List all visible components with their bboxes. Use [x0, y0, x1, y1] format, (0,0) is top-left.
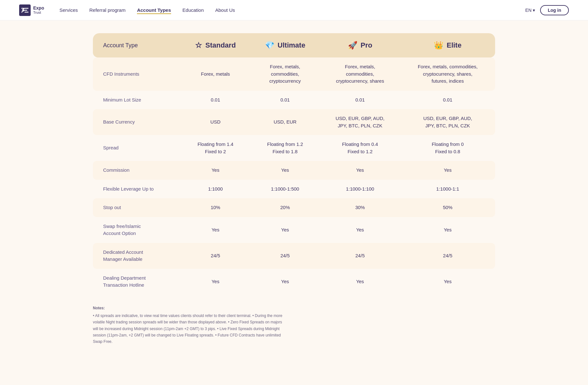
table-row: Flexible Leverage Up to1:10001:1000-1:50…	[93, 180, 495, 199]
elite-cell: Yes	[400, 217, 495, 243]
feature-cell: Dealing Department Transaction Hotline	[93, 269, 181, 295]
col-ultimate: 💎 Ultimate	[250, 33, 320, 57]
ultimate-cell: 24/5	[250, 243, 320, 269]
pro-cell: Yes	[320, 161, 400, 180]
elite-cell: Forex, metals, commodities, cryptocurren…	[400, 57, 495, 91]
nav-right: EN ▾ Log in	[525, 5, 569, 15]
elite-icon: 👑	[434, 41, 443, 50]
ultimate-cell: Yes	[250, 269, 320, 295]
navbar: Expo Trust Services Referral program Acc…	[0, 0, 588, 20]
table-row: Swap free/Islamic Account OptionYesYesYe…	[93, 217, 495, 243]
ultimate-cell: Yes	[250, 161, 320, 180]
elite-cell: 50%	[400, 198, 495, 217]
table-row: Dealing Department Transaction HotlineYe…	[93, 269, 495, 295]
ultimate-cell: Yes	[250, 217, 320, 243]
table-row: CFD InstrumentsForex, metalsForex, metal…	[93, 57, 495, 91]
feature-cell: Commission	[93, 161, 181, 180]
table-row: SpreadFloating from 1.4 Fixed to 2Floati…	[93, 135, 495, 161]
lang-button[interactable]: EN ▾	[525, 8, 535, 13]
ultimate-cell: Forex, metals, commodities, cryptocurren…	[250, 57, 320, 91]
feature-cell: CFD Instruments	[93, 57, 181, 91]
standard-cell: 0.01	[181, 91, 250, 109]
table-row: Stop out10%20%30%50%	[93, 198, 495, 217]
col-standard: ☆ Standard	[181, 33, 250, 57]
elite-label: Elite	[447, 41, 461, 49]
elite-cell: Yes	[400, 161, 495, 180]
standard-cell: 1:1000	[181, 180, 250, 199]
notes-title: Notes:	[93, 305, 284, 311]
standard-label: Standard	[205, 41, 236, 49]
nav-links: Services Referral program Account Types …	[59, 7, 525, 13]
pro-cell: Yes	[320, 217, 400, 243]
standard-cell: USD	[181, 109, 250, 135]
nav-account-types[interactable]: Account Types	[137, 7, 171, 14]
standard-cell: Yes	[181, 217, 250, 243]
pro-cell: Forex, metals, commodities, cryptocurren…	[320, 57, 400, 91]
pro-icon: 🚀	[348, 41, 358, 50]
pro-cell: 30%	[320, 198, 400, 217]
pro-cell: 0.01	[320, 91, 400, 109]
logo-icon	[19, 4, 31, 16]
standard-cell: Yes	[181, 161, 250, 180]
account-types-table: Account Type ☆ Standard 💎 Ultimate	[93, 33, 495, 295]
feature-cell: Stop out	[93, 198, 181, 217]
logo-text: Expo Trust	[33, 6, 44, 14]
standard-icon: ☆	[195, 41, 202, 50]
elite-cell: Floating from 0 Fixed to 0.8	[400, 135, 495, 161]
table-row: Dedicated Account Manager Available24/52…	[93, 243, 495, 269]
ultimate-cell: 20%	[250, 198, 320, 217]
elite-cell: 0.01	[400, 91, 495, 109]
pro-cell: 1:1000-1:100	[320, 180, 400, 199]
nav-about[interactable]: About Us	[215, 7, 235, 13]
ultimate-cell: USD, EUR	[250, 109, 320, 135]
ultimate-icon: 💎	[265, 41, 275, 50]
feature-cell: Flexible Leverage Up to	[93, 180, 181, 199]
pro-cell: 24/5	[320, 243, 400, 269]
account-types-table-container: Account Type ☆ Standard 💎 Ultimate	[93, 33, 495, 295]
feature-cell: Minimum Lot Size	[93, 91, 181, 109]
ultimate-label: Ultimate	[278, 41, 305, 49]
ultimate-cell: Floating from 1.2 Fixed to 1.8	[250, 135, 320, 161]
standard-cell: 24/5	[181, 243, 250, 269]
nav-education[interactable]: Education	[183, 7, 204, 13]
notes-section: Notes: • All spreads are indicative, to …	[93, 305, 284, 345]
elite-cell: USD, EUR, GBP, AUD, JPY, BTC, PLN, CZK	[400, 109, 495, 135]
pro-cell: USD, EUR, GBP, AUD, JPY, BTC, PLN, CZK	[320, 109, 400, 135]
elite-cell: Yes	[400, 269, 495, 295]
login-button[interactable]: Log in	[540, 5, 569, 15]
table-row: Base CurrencyUSDUSD, EURUSD, EUR, GBP, A…	[93, 109, 495, 135]
pro-cell: Yes	[320, 269, 400, 295]
col-account-type: Account Type	[93, 33, 181, 57]
nav-services[interactable]: Services	[59, 7, 78, 13]
standard-cell: Forex, metals	[181, 57, 250, 91]
table-row: CommissionYesYesYesYes	[93, 161, 495, 180]
table-row: Minimum Lot Size0.010.010.010.01	[93, 91, 495, 109]
feature-cell: Base Currency	[93, 109, 181, 135]
standard-cell: 10%	[181, 198, 250, 217]
ultimate-cell: 1:1000-1:500	[250, 180, 320, 199]
notes-text: • All spreads are indicative, to view re…	[93, 313, 284, 345]
chevron-down-icon: ▾	[533, 8, 535, 13]
nav-referral[interactable]: Referral program	[89, 7, 125, 13]
pro-cell: Floating from 0.4 Fixed to 1.2	[320, 135, 400, 161]
standard-cell: Floating from 1.4 Fixed to 2	[181, 135, 250, 161]
elite-cell: 24/5	[400, 243, 495, 269]
main-content: Account Type ☆ Standard 💎 Ultimate	[87, 20, 501, 364]
feature-cell: Dedicated Account Manager Available	[93, 243, 181, 269]
ultimate-cell: 0.01	[250, 91, 320, 109]
col-pro: 🚀 Pro	[320, 33, 400, 57]
col-elite: 👑 Elite	[400, 33, 495, 57]
table-header-row: Account Type ☆ Standard 💎 Ultimate	[93, 33, 495, 57]
standard-cell: Yes	[181, 269, 250, 295]
pro-label: Pro	[361, 41, 373, 49]
feature-cell: Spread	[93, 135, 181, 161]
elite-cell: 1:1000-1:1	[400, 180, 495, 199]
logo[interactable]: Expo Trust	[19, 4, 44, 16]
feature-cell: Swap free/Islamic Account Option	[93, 217, 181, 243]
